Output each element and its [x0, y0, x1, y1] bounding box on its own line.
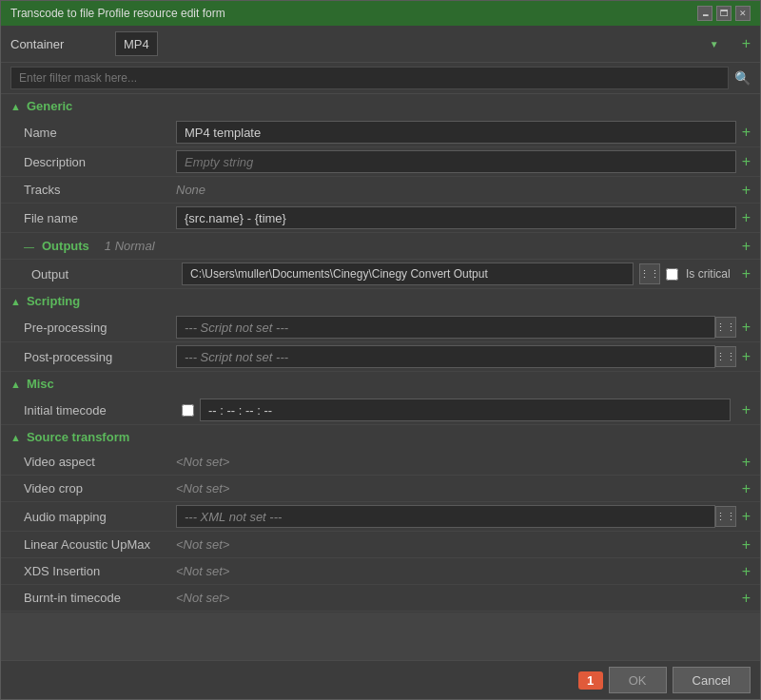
tracks-row: Tracks None +	[1, 177, 760, 204]
preprocessing-grid-btn[interactable]: ⋮⋮	[715, 317, 736, 338]
filename-add-btn[interactable]: +	[742, 209, 751, 226]
postprocessing-label: Post-processing	[24, 350, 176, 364]
container-row: Container MP4 +	[1, 26, 760, 63]
window-title: Transcode to file Profile resource edit …	[10, 7, 225, 20]
bottom-bar: 1 OK Cancel	[1, 660, 760, 699]
scripting-label: Scripting	[27, 294, 80, 308]
output-add-btn[interactable]: +	[742, 265, 751, 282]
postprocessing-input[interactable]	[176, 345, 715, 368]
preprocessing-input[interactable]	[176, 316, 715, 339]
linear-acoustic-value: <Not set>	[176, 537, 736, 552]
video-crop-value: <Not set>	[176, 481, 736, 496]
filename-input[interactable]	[176, 206, 736, 229]
output-path-input[interactable]	[182, 262, 634, 285]
filter-row: 🔍	[1, 63, 760, 94]
outputs-add-btn[interactable]: +	[742, 238, 751, 255]
preprocessing-add-btn[interactable]: +	[742, 319, 751, 336]
xds-insertion-add-btn[interactable]: +	[742, 563, 751, 580]
error-badge: 1	[578, 671, 603, 690]
close-button[interactable]: ✕	[735, 6, 751, 21]
outputs-value: 1 Normal	[105, 239, 731, 253]
maximize-button[interactable]: 🗖	[716, 6, 732, 21]
audio-mapping-label: Audio mapping	[24, 510, 176, 524]
generic-label: Generic	[27, 99, 72, 113]
video-aspect-value: <Not set>	[176, 455, 736, 469]
footer-area	[1, 612, 760, 660]
timecode-add-btn[interactable]: +	[742, 401, 751, 418]
outputs-label: Outputs	[42, 239, 89, 253]
filename-row: File name +	[1, 204, 760, 233]
container-select-wrapper: MP4	[115, 31, 727, 56]
audio-mapping-input[interactable]	[176, 505, 715, 528]
preprocessing-label: Pre-processing	[24, 321, 176, 335]
container-label: Container	[10, 37, 106, 51]
outputs-row: — Outputs 1 Normal +	[1, 233, 760, 260]
linear-acoustic-add-btn[interactable]: +	[742, 536, 751, 554]
audio-mapping-row: Audio mapping ⋮⋮ +	[1, 502, 760, 532]
misc-label: Misc	[27, 377, 54, 391]
timecode-input[interactable]	[200, 399, 731, 421]
is-critical-checkbox[interactable]	[666, 268, 678, 281]
section-misc[interactable]: ▲ Misc	[1, 372, 760, 396]
description-label: Description	[24, 155, 176, 169]
name-row: Name +	[1, 118, 760, 147]
tracks-add-btn[interactable]: +	[742, 182, 751, 199]
name-input[interactable]	[176, 121, 736, 144]
section-generic[interactable]: ▲ Generic	[1, 94, 760, 118]
name-add-btn[interactable]: +	[742, 124, 751, 141]
xds-insertion-label: XDS Insertion	[24, 564, 176, 578]
output-row: Output ⋮⋮ Is critical +	[1, 260, 760, 289]
timecode-label: Initial timecode	[24, 403, 176, 418]
minimize-button[interactable]: 🗕	[697, 6, 712, 21]
title-bar-buttons: 🗕 🗖 ✕	[697, 6, 751, 21]
timecode-checkbox[interactable]	[182, 404, 194, 417]
filter-input[interactable]	[10, 67, 729, 89]
is-critical-label: Is critical	[686, 267, 731, 281]
generic-toggle[interactable]: ▲	[10, 101, 21, 112]
linear-acoustic-row: Linear Acoustic UpMax <Not set> +	[1, 532, 760, 558]
cancel-button[interactable]: Cancel	[673, 667, 751, 693]
postprocessing-grid-btn[interactable]: ⋮⋮	[715, 346, 736, 367]
description-input[interactable]	[176, 150, 736, 173]
output-label: Output	[31, 267, 176, 282]
burnt-in-timecode-label: Burnt-in timecode	[24, 591, 176, 605]
preprocessing-row: Pre-processing ⋮⋮ +	[1, 313, 760, 342]
linear-acoustic-label: Linear Acoustic UpMax	[24, 537, 176, 552]
form-body: Container MP4 + 🔍 ▲ Generic Name	[1, 26, 760, 699]
audio-mapping-grid-btn[interactable]: ⋮⋮	[715, 506, 736, 527]
source-transform-label: Source transform	[27, 430, 129, 444]
tracks-label: Tracks	[24, 183, 176, 197]
xds-insertion-row: XDS Insertion <Not set> +	[1, 558, 760, 585]
burnt-in-timecode-row: Burnt-in timecode <Not set> +	[1, 585, 760, 612]
ok-button[interactable]: OK	[609, 667, 667, 693]
burnt-in-timecode-add-btn[interactable]: +	[742, 590, 751, 607]
video-crop-row: Video crop <Not set> +	[1, 476, 760, 502]
description-add-btn[interactable]: +	[742, 153, 751, 170]
filename-label: File name	[24, 211, 176, 225]
title-bar: Transcode to file Profile resource edit …	[1, 1, 760, 26]
main-window: Transcode to file Profile resource edit …	[0, 0, 761, 700]
search-icon: 🔍	[734, 70, 751, 86]
postprocessing-row: Post-processing ⋮⋮ +	[1, 342, 760, 372]
misc-toggle[interactable]: ▲	[10, 379, 21, 390]
container-select[interactable]: MP4	[115, 31, 158, 56]
tracks-value: None	[176, 183, 736, 197]
video-crop-label: Video crop	[24, 481, 176, 496]
source-transform-toggle[interactable]: ▲	[10, 432, 21, 443]
video-aspect-label: Video aspect	[24, 455, 176, 469]
burnt-in-timecode-value: <Not set>	[176, 591, 736, 605]
video-aspect-add-btn[interactable]: +	[742, 454, 751, 471]
postprocessing-add-btn[interactable]: +	[742, 348, 751, 365]
timecode-row: Initial timecode +	[1, 396, 760, 425]
outputs-toggle[interactable]: —	[24, 241, 34, 252]
description-row: Description +	[1, 147, 760, 177]
xds-insertion-value: <Not set>	[176, 564, 736, 578]
video-crop-add-btn[interactable]: +	[742, 480, 751, 497]
section-source-transform[interactable]: ▲ Source transform	[1, 425, 760, 449]
section-scripting[interactable]: ▲ Scripting	[1, 289, 760, 313]
scroll-area[interactable]: ▲ Generic Name + Description + Tracks No…	[1, 94, 760, 612]
output-grid-btn[interactable]: ⋮⋮	[639, 263, 660, 284]
scripting-toggle[interactable]: ▲	[10, 296, 21, 307]
container-add-btn[interactable]: +	[742, 35, 751, 52]
audio-mapping-add-btn[interactable]: +	[742, 508, 751, 525]
